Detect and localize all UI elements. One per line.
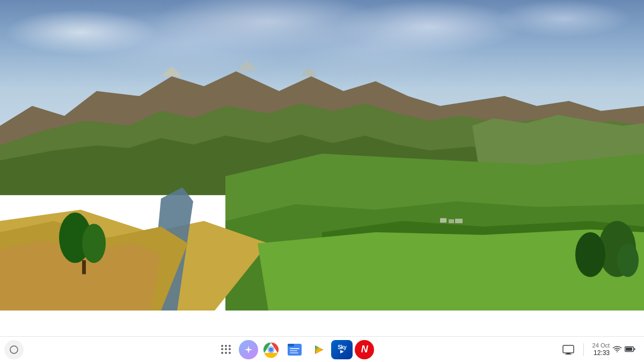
battery-icon: [625, 344, 635, 354]
netflix-label: N: [361, 344, 368, 355]
screenshot-icon: [562, 345, 574, 354]
svg-marker-4: [161, 67, 182, 76]
gemini-icon: [244, 345, 253, 354]
svg-rect-42: [626, 348, 632, 351]
svg-point-19: [82, 224, 106, 263]
sky-arrow: ▶: [340, 350, 343, 354]
svg-rect-21: [440, 218, 447, 223]
svg-rect-20: [82, 260, 86, 274]
files-button[interactable]: [284, 339, 305, 360]
taskbar-center: Sky ▶ N: [32, 339, 558, 360]
grid-icon: [221, 345, 231, 354]
circle-icon: [10, 345, 18, 354]
battery-display-icon: [625, 346, 635, 352]
time-text: 12:33: [594, 349, 610, 357]
svg-rect-37: [563, 345, 574, 353]
terrain-fields: [0, 109, 644, 311]
svg-rect-38: [566, 353, 570, 354]
taskbar-divider: [583, 343, 584, 356]
date-text: 24 Oct: [592, 342, 610, 349]
screenshot-button[interactable]: [558, 339, 579, 360]
wifi-icon: [612, 344, 623, 354]
svg-marker-5: [236, 61, 258, 71]
svg-rect-34: [290, 350, 297, 351]
date-display: 24 Oct 12:33: [592, 342, 610, 357]
svg-point-16: [575, 232, 605, 277]
svg-point-24: [10, 346, 18, 353]
gemini-button[interactable]: [239, 340, 258, 359]
svg-rect-33: [290, 348, 299, 349]
svg-rect-32: [288, 344, 294, 346]
play-icon: [310, 342, 326, 358]
launcher-button[interactable]: [4, 340, 24, 359]
svg-rect-39: [565, 354, 572, 354]
play-button[interactable]: [308, 339, 329, 360]
svg-rect-22: [449, 219, 454, 223]
svg-point-30: [269, 348, 273, 352]
svg-point-17: [617, 243, 639, 277]
chrome-icon: [262, 341, 280, 358]
taskbar-left: [0, 340, 32, 359]
wifi-signal-icon: [612, 345, 622, 353]
sky-button[interactable]: Sky ▶: [331, 340, 353, 359]
status-area[interactable]: 24 Oct 12:33: [588, 340, 640, 359]
svg-rect-41: [634, 348, 635, 350]
svg-rect-35: [290, 352, 298, 353]
svg-rect-23: [455, 219, 463, 223]
netflix-button[interactable]: N: [355, 340, 374, 359]
svg-marker-6: [301, 68, 318, 77]
taskbar: Sky ▶ N 24 Oct 12:33: [0, 336, 644, 362]
files-icon: [287, 342, 303, 358]
taskbar-right: 24 Oct 12:33: [558, 339, 644, 360]
app-launcher-button[interactable]: [215, 339, 237, 360]
chrome-button[interactable]: [260, 339, 282, 360]
wallpaper: [0, 0, 644, 336]
